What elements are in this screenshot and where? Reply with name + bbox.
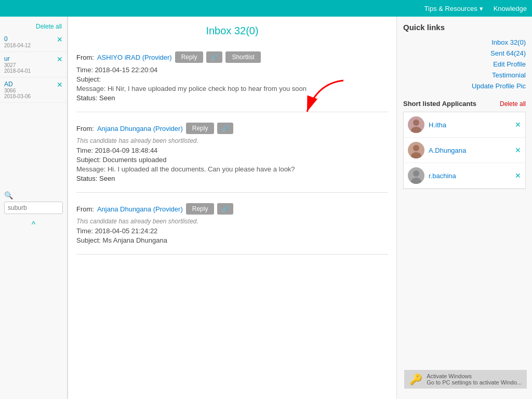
from-name: Anjana Dhungana (Provider) <box>97 125 183 132</box>
message-status: Status: Seen <box>76 175 388 182</box>
list-item[interactable]: 0 2018-04-12 ✕ <box>0 32 67 52</box>
chevron-up-icon: ^ <box>32 220 36 229</box>
quick-links-list: Inbox 32(0) Sent 64(24) Edit Profile Tes… <box>403 37 526 91</box>
list-item[interactable]: ur 3027 2018-04-01 ✕ <box>0 52 67 77</box>
shortlist-note: This candidate has already been shortlis… <box>76 137 388 144</box>
sent-link[interactable]: Sent 64(24) <box>490 49 526 57</box>
shortlisted-header: Short listed Applicants Delete all <box>403 100 526 108</box>
svg-point-8 <box>413 170 419 177</box>
avatar <box>408 167 424 184</box>
shortlisted-item: H.itha ✕ <box>404 112 525 138</box>
search-icon[interactable]: 🔍 <box>4 191 63 200</box>
remove-shortlisted-icon[interactable]: ✕ <box>515 146 521 154</box>
from-label: From: <box>76 205 94 213</box>
tips-resources-nav[interactable]: Tips & Resources ▾ <box>424 5 483 12</box>
remove-item-icon[interactable]: ✕ <box>57 81 63 89</box>
shortlisted-title: Short listed Applicants <box>403 100 476 108</box>
message-card: From: Anjana Dhungana (Provider) Reply 🔗… <box>76 197 388 255</box>
shortlisted-name: H.itha <box>429 121 511 129</box>
inbox-link[interactable]: Inbox 32(0) <box>491 38 526 46</box>
chevron-down-icon: ▾ <box>480 5 483 12</box>
list-item: Edit Profile <box>403 59 526 70</box>
message-time: Time: 2018-04-05 21:24:22 <box>76 227 388 235</box>
shortlisted-item: A.Dhungana ✕ <box>404 138 525 163</box>
knowledge-nav[interactable]: Knowledge <box>494 5 527 12</box>
message-time: Time: 2018-04-15 22:20:04 <box>76 66 388 74</box>
top-nav: Tips & Resources ▾ Knowledge <box>0 0 532 17</box>
message-card: From: Anjana Dhungana (Provider) Reply 🔗… <box>76 116 388 193</box>
update-profile-pic-link[interactable]: Update Profile Pic <box>472 82 526 90</box>
key-icon: 🔑 <box>409 373 422 385</box>
message-header: From: Anjana Dhungana (Provider) Reply 🔗 <box>76 123 388 134</box>
sidebar-search: 🔍 <box>0 188 67 217</box>
list-item: Inbox 32(0) <box>403 37 526 48</box>
shortlisted-scroll[interactable]: H.itha ✕ A.Dhungana ✕ <box>403 112 526 189</box>
shortlisted-name: r.bachina <box>429 172 511 180</box>
remove-shortlisted-icon[interactable]: ✕ <box>515 121 521 129</box>
svg-point-5 <box>413 145 419 151</box>
collapse-button[interactable]: ^ <box>0 217 67 233</box>
message-body: Message: Hi. I uploaded all the document… <box>76 165 388 173</box>
testimonial-link[interactable]: Testimonial <box>492 71 526 79</box>
message-subject: Subject: <box>76 75 388 83</box>
message-subject: Subject: Ms Anjana Dhungana <box>76 236 388 244</box>
remove-item-icon[interactable]: ✕ <box>57 35 63 44</box>
message-header: From: ASHIYO iRAD (Provider) Reply 🔗 Sho… <box>76 51 388 63</box>
center-content: Inbox 32(0) From: ASHIYO iRAD (Provider)… <box>68 17 397 399</box>
shortlist-button[interactable]: Shortlist <box>225 51 260 63</box>
list-item: Update Profile Pic <box>403 81 526 91</box>
avatar <box>408 142 424 158</box>
avatar-image <box>408 142 424 158</box>
edit-profile-link[interactable]: Edit Profile <box>493 60 526 68</box>
list-item: Testimonial <box>403 70 526 81</box>
message-body: Message: Hi Nir, I have uploaded my poli… <box>76 85 388 92</box>
shortlisted-item: r.bachina ✕ <box>404 163 525 189</box>
shortlisted-name: A.Dhungana <box>429 147 511 154</box>
shortlisted-delete-all-button[interactable]: Delete all <box>500 100 526 108</box>
from-name: ASHIYO iRAD (Provider) <box>97 54 172 61</box>
knowledge-label: Knowledge <box>494 5 527 12</box>
right-sidebar: Quick links Inbox 32(0) Sent 64(24) Edit… <box>397 17 532 399</box>
from-label: From: <box>76 54 94 61</box>
link-button[interactable]: 🔗 <box>217 203 233 215</box>
from-label: From: <box>76 125 94 132</box>
windows-activation-notice: 🔑 Activate Windows Go to PC settings to … <box>404 370 527 389</box>
remove-shortlisted-icon[interactable]: ✕ <box>515 171 521 180</box>
reply-button[interactable]: Reply <box>186 203 215 215</box>
list-item[interactable]: AD 3066 2018-03-06 ✕ <box>0 77 67 103</box>
message-status: Status: Seen <box>76 94 388 102</box>
tips-resources-label: Tips & Resources <box>424 5 477 12</box>
message-header: From: Anjana Dhungana (Provider) Reply 🔗 <box>76 203 388 215</box>
activation-line2: Go to PC settings to activate Windo... <box>427 379 522 385</box>
inbox-title: Inbox 32(0) <box>76 25 388 37</box>
avatar-image <box>408 167 424 184</box>
activation-line1: Activate Windows <box>427 373 522 379</box>
message-subject: Subject: Documents uploaded <box>76 156 388 164</box>
reply-button[interactable]: Reply <box>186 123 215 134</box>
quick-links-title: Quick links <box>403 23 526 32</box>
link-button[interactable]: 🔗 <box>206 51 222 63</box>
message-card: From: ASHIYO iRAD (Provider) Reply 🔗 Sho… <box>76 45 388 112</box>
left-sidebar: Delete all 0 2018-04-12 ✕ ur 3027 2018-0… <box>0 17 68 399</box>
delete-all-button[interactable]: Delete all <box>0 21 67 32</box>
from-name: Anjana Dhungana (Provider) <box>97 205 183 213</box>
svg-point-2 <box>413 119 419 126</box>
reply-button[interactable]: Reply <box>175 51 204 63</box>
main-layout: Delete all 0 2018-04-12 ✕ ur 3027 2018-0… <box>0 17 532 399</box>
link-button[interactable]: 🔗 <box>217 123 233 134</box>
shortlist-note: This candidate has already been shortlis… <box>76 218 388 225</box>
search-input[interactable] <box>4 202 63 214</box>
sidebar-scroll[interactable]: 0 2018-04-12 ✕ ur 3027 2018-04-01 ✕ AD 3… <box>0 32 67 188</box>
list-item: Sent 64(24) <box>403 48 526 59</box>
avatar <box>408 116 424 133</box>
avatar-image <box>408 116 424 133</box>
remove-item-icon[interactable]: ✕ <box>57 55 63 63</box>
message-time: Time: 2018-04-09 18:48:44 <box>76 147 388 154</box>
